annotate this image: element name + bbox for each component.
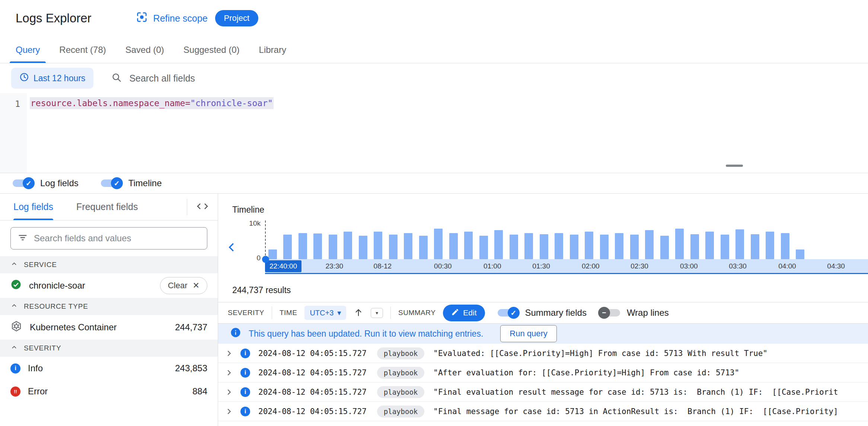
section-header-severity[interactable]: SEVERITY bbox=[0, 340, 218, 357]
sort-order-button[interactable] bbox=[354, 308, 363, 318]
timeline-bar-slot[interactable] bbox=[793, 222, 808, 259]
timeline-bar-slot[interactable] bbox=[853, 222, 868, 259]
timeline-bar-slot[interactable] bbox=[687, 222, 702, 259]
info-severity-icon: i bbox=[240, 387, 250, 397]
timeline-bar-slot[interactable] bbox=[808, 222, 823, 259]
timeline-bar-slot[interactable] bbox=[702, 222, 718, 259]
list-item-kubernetes-container[interactable]: Kubernetes Container 244,737 bbox=[0, 315, 218, 340]
timeline-bar-slot[interactable] bbox=[552, 222, 567, 259]
expand-row-icon[interactable] bbox=[225, 369, 234, 377]
section-header-service[interactable]: SERVICE bbox=[0, 256, 218, 273]
timeline-bar-slot[interactable] bbox=[371, 222, 386, 259]
expand-row-icon[interactable] bbox=[225, 349, 234, 357]
summary-fields-toggle[interactable]: ✓ bbox=[498, 309, 518, 317]
search-all-fields-input[interactable] bbox=[129, 73, 352, 84]
timeline-bar bbox=[781, 233, 789, 259]
chevron-up-icon bbox=[10, 260, 18, 270]
timeline-plot[interactable] bbox=[265, 222, 868, 259]
timeline-bar-slot[interactable] bbox=[521, 222, 537, 259]
log-row[interactable]: i 2024-08-12 04:05:15.727 playbook "Afte… bbox=[218, 363, 868, 382]
timeline-bar-slot[interactable] bbox=[506, 222, 521, 259]
clear-filter-button[interactable]: Clear ✕ bbox=[160, 277, 207, 294]
query-editor[interactable]: 1 resource.labels.namespace_name="chroni… bbox=[0, 93, 868, 173]
log-row[interactable]: i 2024-08-12 04:05:15.727 playbook "Fina… bbox=[218, 402, 868, 421]
query-code[interactable]: resource.labels.namespace_name="chronicl… bbox=[27, 93, 274, 173]
tab-frequent-fields[interactable]: Frequent fields bbox=[76, 194, 138, 220]
tab-saved[interactable]: Saved (0) bbox=[116, 36, 174, 63]
timeline-bar-slot[interactable] bbox=[717, 222, 733, 259]
timeline-bar-slot[interactable] bbox=[310, 222, 326, 259]
fields-search-input[interactable] bbox=[34, 233, 200, 244]
timeline-bar-slot[interactable] bbox=[597, 222, 612, 259]
section-header-resource-type[interactable]: RESOURCE TYPE bbox=[0, 298, 218, 315]
timeline-scroll-left-button[interactable] bbox=[223, 222, 240, 274]
timeline-bar-slot[interactable] bbox=[778, 222, 793, 259]
tab-log-fields[interactable]: Log fields bbox=[13, 194, 53, 220]
run-query-button[interactable]: Run query bbox=[500, 325, 557, 342]
timeline-tick-label: 03:30 bbox=[729, 262, 747, 270]
timeline-bar-slot[interactable] bbox=[401, 222, 416, 259]
query-field-token: resource.labels.namespace_name= bbox=[31, 98, 190, 108]
log-fields-toggle[interactable]: ✓ bbox=[13, 179, 33, 187]
results-table-header: SEVERITY TIME UTC+3 ▾ ▾ SUMMARY Edi bbox=[218, 302, 868, 324]
log-label-chip[interactable]: playbook bbox=[377, 367, 425, 379]
timeline-bar-slot[interactable] bbox=[431, 222, 446, 259]
timeline-bar-slot[interactable] bbox=[582, 222, 597, 259]
timeline-bar-slot[interactable] bbox=[657, 222, 672, 259]
edit-summary-button[interactable]: Edit bbox=[443, 305, 485, 321]
list-item-severity-info[interactable]: i Info 243,853 bbox=[0, 357, 218, 380]
timeline-bar-slot[interactable] bbox=[280, 222, 296, 259]
sort-options-dropdown[interactable]: ▾ bbox=[371, 308, 383, 318]
log-row[interactable]: i 2024-08-12 04:05:15.727 playbook "Fina… bbox=[218, 382, 868, 402]
editor-resize-handle[interactable] bbox=[726, 165, 743, 167]
timeline-bar-slot[interactable] bbox=[733, 222, 748, 259]
timeline-bar-slot[interactable] bbox=[612, 222, 627, 259]
y-axis-max-label: 10k bbox=[249, 219, 261, 228]
tab-suggested[interactable]: Suggested (0) bbox=[174, 36, 249, 63]
refine-scope-button[interactable]: Refine scope bbox=[135, 11, 208, 26]
project-scope-badge[interactable]: Project bbox=[215, 10, 258, 26]
timeline-bar-slot[interactable] bbox=[763, 222, 778, 259]
fields-search-box[interactable] bbox=[10, 227, 207, 249]
log-row[interactable]: i 2024-08-12 04:05:15.727 playbook "Eval… bbox=[218, 344, 868, 363]
timeline-bar-slot[interactable] bbox=[355, 222, 371, 259]
timeline-bar-slot[interactable] bbox=[386, 222, 401, 259]
timeline-bar-slot[interactable] bbox=[416, 222, 431, 259]
wrap-lines-toggle[interactable]: − bbox=[599, 309, 620, 317]
expand-horizontal-icon bbox=[197, 202, 208, 212]
log-label-chip[interactable]: playbook bbox=[377, 406, 425, 417]
timeline-toggle[interactable]: ✓ bbox=[101, 179, 122, 187]
timeline-bar-slot[interactable] bbox=[476, 222, 491, 259]
timeline-bar-slot[interactable] bbox=[838, 222, 853, 259]
tab-query[interactable]: Query bbox=[6, 36, 50, 63]
selection-start-dot[interactable] bbox=[262, 256, 269, 263]
log-label-chip[interactable]: playbook bbox=[377, 347, 425, 359]
timezone-selector[interactable]: UTC+3 ▾ bbox=[304, 306, 346, 320]
log-label-chip[interactable]: playbook bbox=[377, 386, 425, 398]
timeline-bar-slot[interactable] bbox=[567, 222, 582, 259]
timeline-bar-slot[interactable] bbox=[642, 222, 657, 259]
timeline-bar bbox=[344, 232, 352, 259]
tab-recent[interactable]: Recent (78) bbox=[50, 36, 115, 63]
timeline-bar-slot[interactable] bbox=[672, 222, 687, 259]
timeline-bar-slot[interactable] bbox=[823, 222, 838, 259]
chevron-left-icon bbox=[226, 242, 237, 254]
expand-row-icon[interactable] bbox=[225, 407, 234, 416]
collapse-panel-button[interactable] bbox=[187, 199, 218, 215]
timeline-bar-slot[interactable] bbox=[747, 222, 763, 259]
timeline-bar-slot[interactable] bbox=[536, 222, 552, 259]
timeline-bar-slot[interactable] bbox=[627, 222, 642, 259]
expand-row-icon[interactable] bbox=[225, 388, 234, 396]
timeline-bar-slot[interactable] bbox=[341, 222, 356, 259]
timeline-bar-slot[interactable] bbox=[461, 222, 476, 259]
time-range-button[interactable]: Last 12 hours bbox=[11, 68, 93, 89]
timeline-bar-slot[interactable] bbox=[491, 222, 507, 259]
timeline-bar-slot[interactable] bbox=[295, 222, 310, 259]
tab-library[interactable]: Library bbox=[249, 36, 296, 63]
timeline-x-axis[interactable]: 22:40:0023:3008-1200:3001:0001:3002:0002… bbox=[265, 259, 868, 274]
timeline-bar-slot[interactable] bbox=[325, 222, 341, 259]
timeline-bar-slot[interactable] bbox=[446, 222, 461, 259]
timeline-bar-slot[interactable] bbox=[265, 222, 280, 259]
list-item-chronicle-soar[interactable]: chronicle-soar Clear ✕ bbox=[0, 273, 218, 298]
list-item-severity-error[interactable]: !! Error 884 bbox=[0, 380, 218, 403]
